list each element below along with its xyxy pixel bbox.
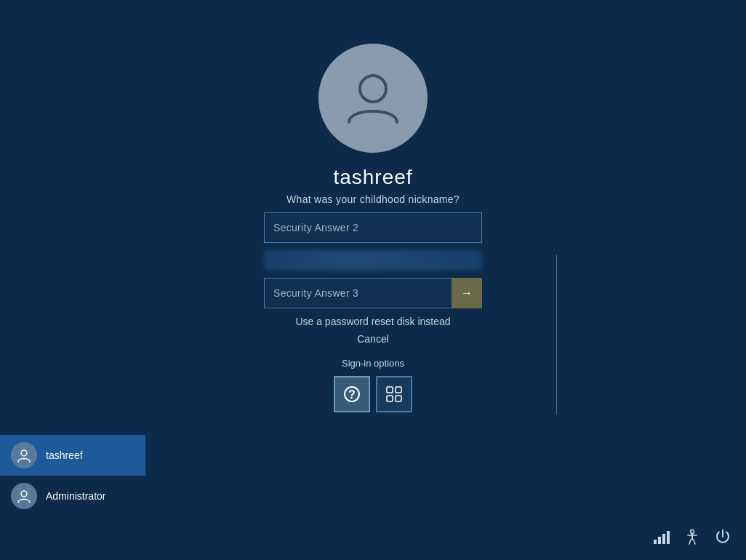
user-avatar [318, 44, 428, 153]
security-answer-3-input[interactable] [264, 278, 482, 308]
signin-options-label: Sign-in options [342, 358, 404, 369]
svg-rect-9 [654, 540, 657, 544]
signin-icons-container: ? [334, 376, 412, 412]
username-label: tashreef [333, 166, 412, 189]
svg-rect-10 [658, 537, 661, 544]
accessibility-icon[interactable] [683, 528, 701, 545]
svg-point-0 [360, 76, 386, 102]
user-name-administrator: Administrator [46, 490, 105, 502]
pin-icon-btn[interactable] [376, 376, 412, 412]
svg-text:?: ? [348, 388, 356, 401]
user-name-tashreef: tashreef [46, 449, 83, 461]
svg-point-13 [691, 530, 694, 534]
power-icon[interactable] [714, 528, 731, 545]
svg-rect-6 [396, 396, 401, 401]
user-avatar-small-administrator [11, 483, 37, 509]
security-answer-3-container: → [264, 278, 482, 308]
svg-rect-5 [387, 396, 393, 401]
svg-rect-3 [387, 387, 393, 393]
user-item-tashreef[interactable]: tashreef [0, 435, 145, 476]
submit-answer-button[interactable]: → [452, 278, 482, 308]
user-item-administrator[interactable]: Administrator [0, 476, 145, 516]
blurred-question-text [264, 250, 482, 271]
security-question-icon-btn[interactable]: ? [334, 376, 370, 412]
users-panel: tashreef Administrator [0, 435, 145, 516]
svg-rect-4 [396, 387, 401, 393]
svg-point-7 [21, 450, 27, 456]
svg-point-8 [21, 491, 27, 497]
user-avatar-small-tashreef [11, 442, 37, 468]
bottom-right-icons [653, 528, 731, 545]
svg-rect-12 [667, 531, 670, 544]
security-question-label: What was your childhood nickname? [286, 193, 460, 205]
security-answer-2-input[interactable] [264, 212, 482, 243]
cancel-link[interactable]: Cancel [357, 333, 389, 345]
main-content: tashreef What was your childhood nicknam… [0, 0, 746, 412]
svg-rect-11 [662, 534, 665, 544]
network-icon[interactable] [653, 528, 670, 545]
security-answer-2-container [264, 212, 482, 243]
reset-disk-link[interactable]: Use a password reset disk instead [295, 316, 450, 327]
